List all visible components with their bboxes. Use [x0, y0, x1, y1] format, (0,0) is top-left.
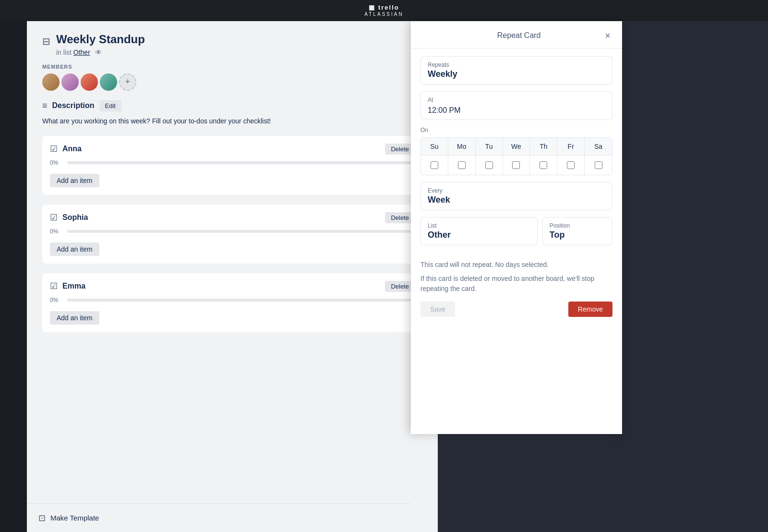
add-item-button[interactable]: Add an item [50, 242, 99, 256]
tu-checkbox[interactable] [485, 161, 493, 169]
panel-body: Repeats Weekly At 12:00 PM On Su Mo Tu W… [411, 48, 622, 325]
description-text: What are you working on this week? Fill … [42, 116, 422, 126]
save-button[interactable]: Save [420, 302, 455, 317]
at-label: At [428, 97, 605, 103]
every-label: Every [428, 187, 605, 194]
on-label: On [420, 127, 612, 133]
info-text-1: This card will not repeat. No days selec… [420, 260, 612, 270]
list-position-row: List Other Position Top [420, 217, 612, 252]
delete-checklist-button[interactable]: Delete [385, 212, 415, 223]
remove-button[interactable]: Remove [568, 302, 612, 317]
sa-checkbox[interactable] [595, 161, 602, 169]
checklist-name: Anna [62, 145, 82, 153]
avatar[interactable] [61, 73, 79, 91]
day-su-check[interactable] [421, 156, 448, 175]
list-link[interactable]: Other [73, 48, 90, 56]
at-time-field[interactable]: At 12:00 PM [420, 91, 612, 120]
card-modal: ⊟ Weekly Standup in list Other 👁 MEMBERS… [27, 21, 438, 532]
on-section: On Su Mo Tu We Th Fr Sa [420, 127, 612, 175]
close-panel-button[interactable]: × [603, 30, 612, 41]
checklist-icon: ☑ [50, 281, 58, 291]
mo-checkbox[interactable] [458, 161, 466, 169]
checklist-name: Emma [62, 282, 85, 290]
panel-buttons: Save Remove [420, 302, 612, 317]
checklist-icon: ☑ [50, 212, 58, 223]
progress-bar-background [67, 161, 415, 164]
atlassian-label: ATLASSIAN [364, 12, 403, 17]
list-label: List [428, 222, 530, 229]
repeats-value: Weekly [428, 69, 605, 79]
day-mo: Mo [448, 138, 476, 155]
template-icon: ⊡ [38, 513, 46, 523]
every-value: Week [428, 195, 605, 205]
th-checkbox[interactable] [540, 161, 547, 169]
checklist-anna: ☑ Anna Delete 0% Add an item [42, 136, 422, 195]
make-template-bar[interactable]: ⊡ Make Template [27, 503, 411, 532]
day-sa-check[interactable] [585, 156, 612, 175]
checklist-sophia: ☑ Sophia Delete 0% Add an item [42, 205, 422, 264]
day-fr-check[interactable] [557, 156, 585, 175]
days-check-row [421, 155, 612, 175]
edit-description-button[interactable]: Edit [99, 100, 121, 111]
description-icon: ≡ [42, 101, 48, 111]
checklist-name: Sophia [62, 213, 88, 222]
day-tu: Tu [476, 138, 503, 155]
time-value: 12:00 PM [428, 106, 605, 115]
info-text-2: If this card is deleted or moved to anot… [420, 274, 612, 294]
trello-logo: ▦ trello ATLASSIAN [364, 4, 403, 17]
position-label: Position [550, 222, 605, 229]
watch-icon[interactable]: 👁 [95, 48, 102, 56]
sidebar-label [0, 21, 27, 40]
description-title: Description [52, 101, 95, 110]
make-template-label: Make Template [50, 514, 99, 522]
top-bar: ▦ trello ATLASSIAN [0, 0, 768, 21]
position-field[interactable]: Position Top [542, 217, 612, 245]
avatar[interactable] [42, 73, 60, 91]
card-title: Weekly Standup [56, 33, 145, 47]
day-th: Th [530, 138, 557, 155]
card-header: ⊟ Weekly Standup in list Other 👁 [42, 33, 422, 56]
every-field[interactable]: Every Week [420, 182, 612, 210]
panel-title: Repeat Card [435, 31, 603, 40]
day-su: Su [421, 138, 448, 155]
delete-checklist-button[interactable]: Delete [385, 281, 415, 292]
day-mo-check[interactable] [448, 156, 476, 175]
day-we-check[interactable] [503, 156, 530, 175]
day-we: We [503, 138, 530, 155]
day-tu-check[interactable] [476, 156, 503, 175]
progress-bar-background [67, 230, 415, 233]
progress-percent: 0% [50, 297, 63, 303]
day-th-check[interactable] [530, 156, 557, 175]
description-section: ≡ Description Edit What are you working … [42, 100, 422, 126]
members-label: MEMBERS [42, 64, 422, 70]
panel-header: Repeat Card × [411, 21, 622, 48]
repeats-label: Repeats [428, 61, 605, 68]
days-header: Su Mo Tu We Th Fr Sa [421, 138, 612, 155]
repeat-card-panel: Repeat Card × Repeats Weekly At 12:00 PM… [411, 21, 622, 434]
add-item-button[interactable]: Add an item [50, 174, 99, 187]
card-type-icon: ⊟ [42, 36, 50, 47]
members-section: MEMBERS + [42, 64, 422, 91]
progress-percent: 0% [50, 159, 63, 166]
day-sa: Sa [585, 138, 612, 155]
su-checkbox[interactable] [431, 161, 438, 169]
days-table: Su Mo Tu We Th Fr Sa [420, 137, 612, 175]
card-subtitle: in list Other 👁 [56, 48, 145, 56]
repeats-field[interactable]: Repeats Weekly [420, 56, 612, 85]
members-row: + [42, 73, 422, 91]
delete-checklist-button[interactable]: Delete [385, 144, 415, 155]
list-value: Other [428, 230, 530, 240]
day-fr: Fr [557, 138, 585, 155]
add-item-button[interactable]: Add an item [50, 311, 99, 325]
we-checkbox[interactable] [512, 161, 520, 169]
position-value: Top [550, 230, 605, 240]
progress-percent: 0% [50, 228, 63, 235]
avatar[interactable] [100, 73, 117, 91]
sidebar [0, 21, 27, 532]
fr-checkbox[interactable] [567, 161, 575, 169]
list-field[interactable]: List Other [420, 217, 538, 245]
add-member-button[interactable]: + [119, 73, 136, 91]
checklist-icon: ☑ [50, 144, 58, 154]
avatar[interactable] [81, 73, 98, 91]
progress-bar-background [67, 299, 415, 302]
